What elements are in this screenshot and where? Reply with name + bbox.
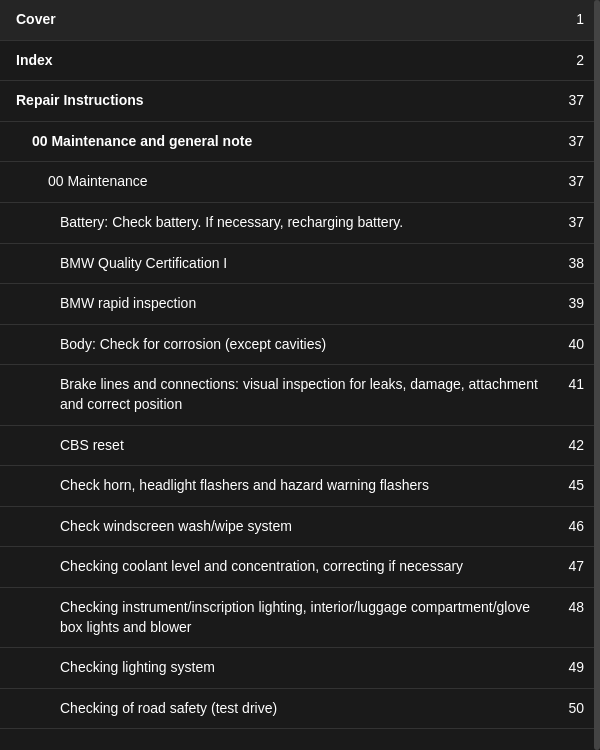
toc-container: Cover1Index2Repair Instructions3700 Main… (0, 0, 600, 729)
toc-page-index: 2 (560, 51, 584, 68)
toc-label-checking-road-safety: Checking of road safety (test drive) (60, 699, 560, 719)
toc-item-brake-lines[interactable]: Brake lines and connections: visual insp… (0, 365, 600, 425)
toc-item-00-maintenance[interactable]: 00 Maintenance37 (0, 162, 600, 203)
toc-label-brake-lines: Brake lines and connections: visual insp… (60, 375, 560, 414)
toc-page-bmw-rapid-inspection: 39 (560, 294, 584, 311)
toc-item-00-maintenance-general[interactable]: 00 Maintenance and general note37 (0, 122, 600, 163)
toc-page-check-horn: 45 (560, 476, 584, 493)
toc-item-body-check-corrosion[interactable]: Body: Check for corrosion (except caviti… (0, 325, 600, 366)
toc-label-checking-lighting: Checking lighting system (60, 658, 560, 678)
toc-label-cover: Cover (16, 10, 560, 30)
toc-item-bmw-rapid-inspection[interactable]: BMW rapid inspection39 (0, 284, 600, 325)
toc-label-body-check-corrosion: Body: Check for corrosion (except caviti… (60, 335, 560, 355)
toc-page-check-windscreen: 46 (560, 517, 584, 534)
toc-label-checking-instrument: Checking instrument/inscription lighting… (60, 598, 560, 637)
toc-page-checking-instrument: 48 (560, 598, 584, 615)
toc-item-cover[interactable]: Cover1 (0, 0, 600, 41)
toc-label-cbs-reset: CBS reset (60, 436, 560, 456)
toc-label-check-windscreen: Check windscreen wash/wipe system (60, 517, 560, 537)
toc-label-checking-coolant: Checking coolant level and concentration… (60, 557, 560, 577)
toc-label-battery-check: Battery: Check battery. If necessary, re… (60, 213, 560, 233)
toc-page-00-maintenance-general: 37 (560, 132, 584, 149)
toc-item-cbs-reset[interactable]: CBS reset42 (0, 426, 600, 467)
toc-page-bmw-quality-cert: 38 (560, 254, 584, 271)
toc-item-bmw-quality-cert[interactable]: BMW Quality Certification I38 (0, 244, 600, 285)
toc-item-checking-lighting[interactable]: Checking lighting system49 (0, 648, 600, 689)
toc-item-checking-instrument[interactable]: Checking instrument/inscription lighting… (0, 588, 600, 648)
toc-item-check-windscreen[interactable]: Check windscreen wash/wipe system46 (0, 507, 600, 548)
toc-item-checking-road-safety[interactable]: Checking of road safety (test drive)50 (0, 689, 600, 730)
toc-page-00-maintenance: 37 (560, 172, 584, 189)
toc-page-battery-check: 37 (560, 213, 584, 230)
toc-page-body-check-corrosion: 40 (560, 335, 584, 352)
toc-item-checking-coolant[interactable]: Checking coolant level and concentration… (0, 547, 600, 588)
toc-page-repair-instructions: 37 (560, 91, 584, 108)
toc-page-cover: 1 (560, 10, 584, 27)
toc-page-brake-lines: 41 (560, 375, 584, 392)
toc-page-cbs-reset: 42 (560, 436, 584, 453)
toc-page-checking-coolant: 47 (560, 557, 584, 574)
toc-page-checking-lighting: 49 (560, 658, 584, 675)
toc-item-battery-check[interactable]: Battery: Check battery. If necessary, re… (0, 203, 600, 244)
toc-label-bmw-quality-cert: BMW Quality Certification I (60, 254, 560, 274)
toc-label-00-maintenance-general: 00 Maintenance and general note (32, 132, 560, 152)
toc-label-00-maintenance: 00 Maintenance (48, 172, 560, 192)
toc-label-index: Index (16, 51, 560, 71)
toc-item-check-horn[interactable]: Check horn, headlight flashers and hazar… (0, 466, 600, 507)
toc-label-bmw-rapid-inspection: BMW rapid inspection (60, 294, 560, 314)
toc-label-repair-instructions: Repair Instructions (16, 91, 560, 111)
toc-item-repair-instructions[interactable]: Repair Instructions37 (0, 81, 600, 122)
toc-label-check-horn: Check horn, headlight flashers and hazar… (60, 476, 560, 496)
toc-item-index[interactable]: Index2 (0, 41, 600, 82)
toc-page-checking-road-safety: 50 (560, 699, 584, 716)
